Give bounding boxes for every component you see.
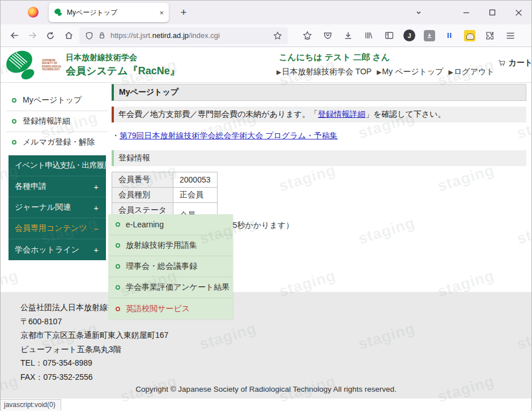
section-title-registration-info: 登録情報 — [112, 150, 526, 166]
minimize-button[interactable] — [453, 1, 479, 24]
main-content: Myページトップ 年会費／地方支部費／専門部会費の未納があります。「登録情報詳細… — [112, 84, 526, 228]
expand-icon: + — [93, 245, 99, 255]
page-footer: 公益社団法人日本放射線技術学会 〒600-8107 京都市下京区五条通新町東入東… — [1, 292, 531, 399]
footer-building: ビューフォート五条烏丸3階 — [20, 342, 531, 357]
member-number-value: 2000053 — [173, 172, 218, 188]
nav-link-jsrt-top[interactable]: ▶日本放射線技術学会 TOP — [276, 67, 372, 77]
library-icon[interactable] — [363, 29, 374, 41]
list-bullet: ・ — [112, 131, 120, 140]
copyright-text: Copyright © Japanese Society of Radiolog… — [1, 385, 531, 393]
flyout-item-minutes[interactable]: 理事会・総会議事録 — [108, 256, 233, 277]
account-avatar[interactable]: J — [403, 29, 415, 41]
bullet-icon — [12, 119, 16, 124]
site-titles: 日本放射線技術学会 会員システム『RacNe』 — [66, 53, 180, 78]
menu-item-journal[interactable]: ジャーナル関連 + — [8, 197, 106, 218]
jsrt-logo-icon — [5, 49, 41, 80]
sidebar-item-mailmag[interactable]: メルマガ登録・解除 — [1, 132, 112, 152]
pocket-icon[interactable] — [322, 29, 334, 41]
firefox-logo-icon[interactable] — [28, 7, 39, 18]
browser-tab[interactable]: Myページトップ × — [49, 3, 169, 22]
tracking-shield-icon[interactable] — [85, 31, 93, 40]
page-viewport: JAPANESE SOCIETY OF RADIOLOGICAL TECHNOL… — [1, 47, 531, 411]
sidebar-accordion-menu: イベント申込支払・出席履歴 + 各種申請 + ジャーナル関連 + 会員専用コンテ… — [8, 155, 106, 260]
org-name: 日本放射線技術学会 — [66, 53, 180, 63]
unpaid-fees-notice: 年会費／地方支部費／専門部会費の未納があります。「登録情報詳細」を確認して下さい… — [112, 107, 526, 122]
member-type-value: 正会員 — [173, 188, 218, 203]
back-button[interactable] — [5, 27, 23, 44]
event-link-line: ・第79回日本放射線技術学会総会学術大会 プログラム・予稿集 — [112, 131, 526, 141]
footer-tel: TEL：075-354-8989 — [20, 356, 531, 370]
bullet-icon — [116, 243, 120, 248]
footer-fax: FAX：075-352-2556 — [20, 370, 531, 384]
bullet-icon — [116, 264, 120, 269]
flyout-item-english-proofreading[interactable]: 英語校閲サービス — [108, 298, 233, 319]
titlebar: Myページトップ × + — [1, 1, 531, 24]
table-row: 会員種別 正会員 — [112, 188, 218, 203]
header-nav: ▶日本放射線技術学会 TOP ▶My ページトップ ▶ログアウト — [276, 67, 495, 77]
footer-address: 京都市下京区五条通新町東入東錺屋町167 — [20, 328, 531, 342]
close-window-button[interactable] — [505, 1, 531, 24]
member-contents-flyout: e-Learning 放射線技術学用語集 理事会・総会議事録 学会事業評価アンケ… — [108, 214, 233, 319]
bookmarks-star-button[interactable] — [301, 29, 313, 41]
menu-hamburger-icon[interactable] — [504, 29, 516, 41]
forward-button[interactable] — [23, 27, 41, 44]
nav-toolbar: https://st.jsrt.netird.ad.jp/index.cgi J — [1, 24, 531, 47]
window-controls — [406, 1, 531, 24]
logo-caption: JAPANESE SOCIETY OF RADIOLOGICAL TECHNOL… — [42, 59, 62, 71]
expand-icon: + — [93, 182, 99, 192]
menu-item-applications[interactable]: 各種申請 + — [8, 176, 106, 197]
extension-ii-icon[interactable]: II — [444, 29, 456, 41]
maximize-button[interactable] — [479, 1, 505, 24]
extensions-puzzle-icon[interactable] — [484, 29, 496, 41]
member-type-label: 会員種別 — [112, 188, 173, 203]
downloads-icon[interactable] — [342, 29, 354, 41]
cart-label: カート — [508, 58, 531, 68]
menu-item-event-payment[interactable]: イベント申込支払・出席履歴 + — [8, 155, 106, 176]
menu-item-member-contents[interactable]: 会員専用コンテンツ − — [8, 218, 106, 239]
url-bar[interactable]: https://st.jsrt.netird.ad.jp/index.cgi — [79, 27, 288, 44]
page-title: Myページトップ — [112, 84, 526, 101]
obscured-text: 15秒かかります） — [228, 221, 293, 231]
bullet-icon — [116, 222, 120, 227]
tab-close-icon[interactable]: × — [159, 9, 164, 17]
greeting-text: こんにちは テスト 二郎 さん — [279, 52, 390, 63]
member-number-label: 会員番号 — [112, 172, 173, 188]
congress-program-link[interactable]: 第79回日本放射線技術学会総会学術大会 プログラム・予稿集 — [120, 131, 338, 140]
nav-marker-icon: ▶ — [377, 69, 381, 76]
browser-window: Myページトップ × + — [0, 0, 532, 411]
sidebar-item-mypage-top[interactable]: Myページトップ — [1, 90, 112, 111]
nav-marker-icon: ▶ — [449, 69, 453, 76]
menu-item-hotline[interactable]: 学会ホットライン + — [8, 239, 106, 260]
collapse-icon: − — [93, 224, 99, 234]
bullet-icon — [12, 98, 16, 103]
flyout-item-elearning[interactable]: e-Learning — [108, 214, 233, 235]
tab-title: Myページトップ — [67, 8, 155, 18]
extension-download-icon[interactable] — [424, 30, 435, 41]
flyout-item-glossary[interactable]: 放射線技術学用語集 — [108, 235, 233, 256]
sidebar-toggle-icon[interactable] — [383, 29, 395, 41]
cart-button[interactable]: カート — [498, 53, 531, 73]
nav-link-logout[interactable]: ▶ログアウト — [449, 67, 495, 77]
bookmark-star-icon[interactable] — [273, 31, 282, 40]
nav-link-mypage-top[interactable]: ▶My ページトップ — [377, 67, 444, 77]
status-bar-link-preview: javascript:void(0) — [1, 399, 61, 410]
reload-button[interactable] — [41, 27, 59, 44]
lock-icon[interactable] — [98, 31, 106, 40]
sidebar: Myページトップ 登録情報詳細 メルマガ登録・解除 イベント申込支払・出席履歴 … — [1, 83, 112, 260]
site-favicon — [54, 8, 63, 17]
list-tabs-chevron-icon[interactable] — [406, 1, 432, 24]
cart-icon — [498, 53, 505, 73]
system-name: 会員システム『RacNe』 — [66, 64, 180, 78]
extension-yellow-icon[interactable] — [464, 30, 475, 41]
sidebar-item-registration-detail[interactable]: 登録情報詳細 — [1, 111, 112, 132]
bullet-icon — [116, 307, 120, 311]
site-header: JAPANESE SOCIETY OF RADIOLOGICAL TECHNOL… — [1, 47, 531, 83]
bullet-icon — [116, 285, 120, 290]
new-tab-button[interactable]: + — [176, 5, 191, 20]
expand-icon: + — [93, 203, 99, 213]
site-logo[interactable]: JAPANESE SOCIETY OF RADIOLOGICAL TECHNOL… — [5, 49, 180, 80]
home-button[interactable] — [59, 27, 78, 44]
bullet-icon — [12, 140, 16, 145]
flyout-item-survey-results[interactable]: 学会事業評価アンケート結果 — [108, 277, 233, 298]
registration-detail-link[interactable]: 登録情報詳細 — [318, 109, 365, 118]
